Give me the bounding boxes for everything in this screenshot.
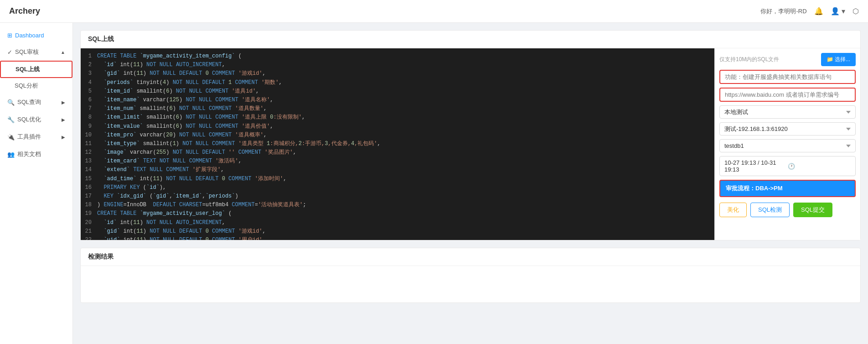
tools-icon: 🔌 — [7, 134, 15, 141]
sidebar-group-docs: 👥 相关文档 — [0, 146, 72, 163]
line-number: 1 — [81, 52, 97, 61]
calendar-icon[interactable]: 🕐 — [788, 163, 851, 170]
code-line: 22 `uid` int(11) NOT NULL DEFAULT 0 COMM… — [81, 236, 714, 240]
code-line: 7 `item_num` smallint(6) NOT NULL COMMEN… — [81, 104, 714, 113]
line-content: `extend` TEXT NULL COMMENT '扩展字段', — [97, 166, 714, 174]
docs-icon: 👥 — [7, 151, 15, 158]
code-line: 10 `item_pro` varchar(20) NOT NULL COMME… — [81, 131, 714, 140]
line-number: 3 — [81, 69, 97, 78]
sidebar-group-sql-query-header[interactable]: 🔍 SQL查询 ▶ — [0, 94, 72, 111]
file-select-button[interactable]: 📁 选择... — [821, 53, 856, 66]
line-content: `id` int(11) NOT NULL AUTO_INCREMENT, — [97, 219, 714, 227]
line-number: 12 — [81, 148, 97, 157]
line-content: `item_name` varchar(125) NOT NULL COMMEN… — [97, 96, 714, 104]
user-menu-icon[interactable]: 👤 ▾ — [831, 7, 845, 16]
code-line: 8 `item_limit` smallint(6) NOT NULL COMM… — [81, 113, 714, 122]
line-content: `uid` int(11) NOT NULL DEFAULT 0 COMMENT… — [97, 236, 714, 240]
line-content: `item_num` smallint(6) NOT NULL COMMENT … — [97, 104, 714, 113]
schema-select[interactable]: testdb1 testdb2 — [719, 139, 856, 152]
sidebar-group-docs-header[interactable]: 👥 相关文档 — [0, 146, 72, 163]
flow-bar: 审批流程：DBA->PM — [719, 180, 856, 197]
line-number: 22 — [81, 236, 97, 240]
chevron-right-icon2: ▶ — [62, 117, 65, 122]
line-content: `item_card` TEXT NOT NULL COMMENT '激活码', — [97, 157, 714, 166]
sidebar-item-sql-online[interactable]: SQL上线 — [0, 61, 72, 78]
description-input[interactable] — [719, 70, 856, 84]
wrench-icon: 🔧 — [7, 116, 15, 123]
code-line: 3 `gid` int(11) NOT NULL DEFAULT 0 COMME… — [81, 69, 714, 78]
line-content: `item_pro` varchar(20) NOT NULL COMMENT … — [97, 131, 714, 140]
line-content: `add_time` int(11) NOT NULL DEFAULT 0 CO… — [97, 175, 714, 183]
date-range-value: 10-27 19:13 / 10-31 19:13 — [724, 159, 788, 173]
result-body — [81, 266, 860, 302]
line-content: `item_type` smallint(1) NOT NULL COMMENT… — [97, 140, 714, 148]
url-input[interactable] — [719, 88, 856, 102]
line-content: `gid` int(11) NOT NULL DEFAULT 0 COMMENT… — [97, 227, 714, 236]
checkmark-icon: ✓ — [7, 49, 12, 56]
line-content: CREATE TABLE `mygame_activity_item_confi… — [97, 52, 714, 61]
code-line: 9 `item_value` smallint(6) NOT NULL COMM… — [81, 122, 714, 131]
action-buttons: 美化 SQL检测 SQL提交 — [719, 203, 856, 217]
env-select[interactable]: 本地测试 测试环境 生产环境 — [719, 105, 856, 119]
chevron-up-icon: ▲ — [61, 50, 65, 55]
app-brand: Archery — [9, 6, 40, 16]
line-number: 15 — [81, 175, 97, 183]
line-number: 10 — [81, 131, 97, 140]
sidebar-group-tools-header[interactable]: 🔌 工具插件 ▶ — [0, 128, 72, 146]
code-line: 16 PRIMARY KEY (`id`), — [81, 183, 714, 192]
line-number: 19 — [81, 209, 97, 218]
github-icon[interactable]: ⬡ — [852, 7, 859, 16]
line-number: 16 — [81, 183, 97, 192]
code-line: 12 `image` varchar(255) NOT NULL DEFAULT… — [81, 148, 714, 157]
line-number: 2 — [81, 61, 97, 69]
line-content: CREATE TABLE `mygame_activity_user_log` … — [97, 209, 714, 218]
code-line: 15 `add_time` int(11) NOT NULL DEFAULT 0… — [81, 175, 714, 183]
line-number: 5 — [81, 87, 97, 96]
line-content: PRIMARY KEY (`id`), — [97, 183, 714, 192]
code-line: 20 `id` int(11) NOT NULL AUTO_INCREMENT, — [81, 219, 714, 227]
sidebar-group-sql-audit-header[interactable]: ✓ SQL审核 ▲ — [0, 43, 72, 61]
code-line: 11 `item_type` smallint(1) NOT NULL COMM… — [81, 140, 714, 148]
file-upload-row: 仅支持10M内的SQL文件 📁 选择... — [719, 53, 856, 66]
line-number: 18 — [81, 201, 97, 209]
line-content: KEY `idx_gid` (`gid`,`item_id`,`periods`… — [97, 192, 714, 201]
navbar: Archery 你好，李明明-RD 🔔 👤 ▾ ⬡ — [0, 0, 868, 23]
sidebar-item-sql-analysis[interactable]: SQL分析 — [0, 78, 72, 94]
sidebar-group-sql-query: 🔍 SQL查询 ▶ — [0, 94, 72, 111]
navbar-right: 你好，李明明-RD 🔔 👤 ▾ ⬡ — [760, 7, 859, 16]
code-line: 17 KEY `idx_gid` (`gid`,`item_id`,`perio… — [81, 192, 714, 201]
chevron-right-icon: ▶ — [62, 100, 65, 105]
sidebar-group-sql-optimize: 🔧 SQL优化 ▶ — [0, 111, 72, 128]
notification-icon[interactable]: 🔔 — [814, 7, 823, 16]
sql-editor-panel: SQL上线 1CREATE TABLE `mygame_activity_ite… — [80, 30, 861, 240]
line-number: 21 — [81, 227, 97, 236]
code-line: 5 `item_id` smallint(6) NOT NULL COMMENT… — [81, 87, 714, 96]
code-line: 21 `gid` int(11) NOT NULL DEFAULT 0 COMM… — [81, 227, 714, 236]
beautify-button[interactable]: 美化 — [719, 203, 747, 217]
db-select[interactable]: 测试-192.168.1.3:61920 本地-127.0.0.1:3306 — [719, 122, 856, 136]
sidebar-dashboard-label: Dashboard — [15, 32, 44, 39]
code-line: 18) ENGINE=InnoDB DEFAULT CHARSET=utf8mb… — [81, 201, 714, 209]
sql-submit-button[interactable]: SQL提交 — [793, 203, 832, 217]
line-number: 7 — [81, 104, 97, 113]
code-line: 19CREATE TABLE `mygame_activity_user_log… — [81, 209, 714, 218]
sidebar: ⊞ Dashboard ✓ SQL审核 ▲ SQL上线 SQL分析 🔍 SQL查… — [0, 23, 73, 344]
sql-check-button[interactable]: SQL检测 — [750, 203, 790, 217]
content-area: SQL上线 1CREATE TABLE `mygame_activity_ite… — [73, 23, 868, 344]
line-number: 6 — [81, 96, 97, 104]
date-range-row: 10-27 19:13 / 10-31 19:13 🕐 — [719, 156, 856, 176]
file-hint: 仅支持10M内的SQL文件 — [719, 56, 817, 63]
sidebar-group-sql-optimize-header[interactable]: 🔧 SQL优化 ▶ — [0, 111, 72, 128]
code-line: 14 `extend` TEXT NULL COMMENT '扩展字段', — [81, 166, 714, 174]
sql-analysis-label: SQL分析 — [15, 82, 38, 90]
main-layout: ⊞ Dashboard ✓ SQL审核 ▲ SQL上线 SQL分析 🔍 SQL查… — [0, 23, 868, 344]
code-editor[interactable]: 1CREATE TABLE `mygame_activity_item_conf… — [81, 48, 714, 240]
code-line: 6 `item_name` varchar(125) NOT NULL COMM… — [81, 96, 714, 104]
line-number: 9 — [81, 122, 97, 131]
sidebar-item-dashboard[interactable]: ⊞ Dashboard — [0, 27, 72, 43]
line-content: `item_limit` smallint(6) NOT NULL COMMEN… — [97, 113, 714, 122]
line-number: 14 — [81, 166, 97, 174]
line-number: 8 — [81, 113, 97, 122]
sidebar-group-tools: 🔌 工具插件 ▶ — [0, 128, 72, 146]
sql-audit-label: SQL审核 — [15, 48, 39, 56]
